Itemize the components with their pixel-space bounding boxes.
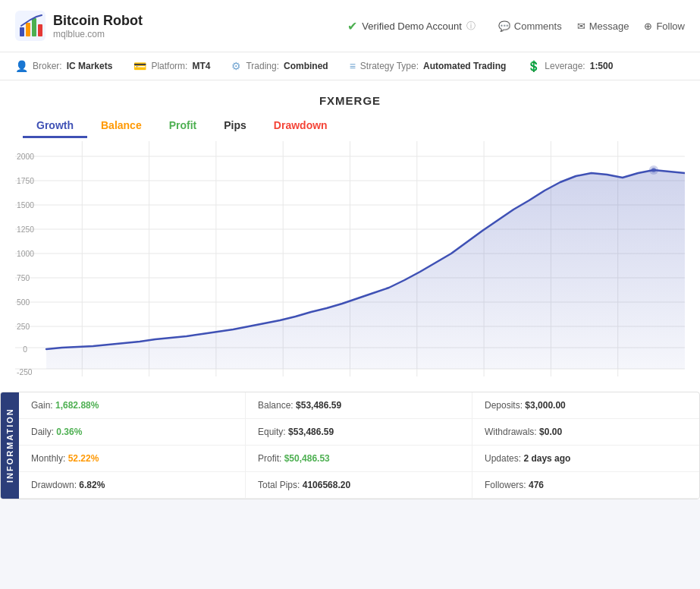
chart-area: 2000 1750 1500 1250 1000 750 500 250 0 -… <box>15 141 685 384</box>
header-actions: 💬 Comments ✉ Message ⊕ Follow <box>498 20 685 32</box>
info-cell-profit: Profit: $50,486.53 <box>246 446 472 472</box>
verified-badge: ✔ Verified Demo Account ⓘ <box>347 19 476 33</box>
tab-balance[interactable]: Balance <box>87 115 155 138</box>
app-subtitle: mqlblue.com <box>53 29 143 39</box>
chart-section: FXMERGE Growth Balance Profit Pips Drawd… <box>0 80 700 384</box>
info-cell-equity: Equity: $53,486.59 <box>246 419 472 446</box>
stat-trading: ⚙ Trading: Combined <box>231 60 328 72</box>
stat-broker: 👤 Broker: IC Markets <box>15 60 112 72</box>
stat-leverage: 💲 Leverage: 1:500 <box>527 60 613 72</box>
comments-icon: 💬 <box>498 20 510 32</box>
info-cell-gain: Gain: 1,682.88% <box>19 392 246 419</box>
strategy-icon: ≡ <box>350 60 356 72</box>
svg-text:2000: 2000 <box>17 153 34 161</box>
stats-bar: 👤 Broker: IC Markets 💳 Platform: MT4 ⚙ T… <box>0 52 700 80</box>
info-cell-daily: Daily: 0.36% <box>19 419 246 446</box>
info-cell-monthly: Monthly: 52.22% <box>19 446 246 472</box>
tab-drawdown[interactable]: Drawdown <box>260 115 341 138</box>
svg-text:1000: 1000 <box>17 250 34 258</box>
comments-button[interactable]: 💬 Comments <box>498 20 562 32</box>
svg-rect-2 <box>26 23 30 36</box>
info-cell-balance: Balance: $53,486.59 <box>246 392 472 419</box>
logo-icon <box>15 11 46 41</box>
tab-pips[interactable]: Pips <box>210 115 260 138</box>
svg-rect-3 <box>32 18 36 36</box>
info-cell-total-pips: Total Pips: 4106568.20 <box>246 472 472 499</box>
svg-rect-4 <box>38 24 42 36</box>
svg-text:1250: 1250 <box>17 225 34 234</box>
stat-strategy: ≡ Strategy Type: Automated Trading <box>350 60 507 72</box>
info-icon[interactable]: ⓘ <box>466 20 476 33</box>
trading-icon: ⚙ <box>231 60 241 72</box>
message-label: Message <box>589 20 629 32</box>
follow-button[interactable]: ⊕ Follow <box>644 20 685 32</box>
tab-growth[interactable]: Growth <box>23 115 87 138</box>
svg-text:1750: 1750 <box>17 177 34 185</box>
chart-tabs: Growth Balance Profit Pips Drawdown <box>15 115 685 138</box>
follow-label: Follow <box>656 20 685 32</box>
stat-platform: 💳 Platform: MT4 <box>133 60 210 72</box>
broker-icon: 👤 <box>15 60 28 72</box>
svg-text:0: 0 <box>23 345 27 354</box>
svg-rect-1 <box>20 27 24 36</box>
svg-text:-250: -250 <box>17 368 33 376</box>
message-button[interactable]: ✉ Message <box>577 20 629 32</box>
logo-area: Bitcoin Robot mqlblue.com <box>15 11 143 41</box>
info-sidebar-label: INFORMATION <box>1 392 19 499</box>
chart-svg: 2000 1750 1500 1250 1000 750 500 250 0 -… <box>15 141 685 384</box>
info-grid: Gain: 1,682.88% Balance: $53,486.59 Depo… <box>19 392 699 499</box>
chart-title: FXMERGE <box>15 88 685 115</box>
info-cell-updates: Updates: 2 days ago <box>472 446 699 472</box>
info-cell-drawdown: Drawdown: 6.82% <box>19 472 246 499</box>
svg-point-35 <box>651 168 656 172</box>
svg-text:500: 500 <box>17 298 30 307</box>
svg-text:250: 250 <box>17 323 30 331</box>
tab-profit[interactable]: Profit <box>155 115 211 138</box>
comments-label: Comments <box>514 20 562 32</box>
logo-text: Bitcoin Robot mqlblue.com <box>53 13 143 39</box>
platform-icon: 💳 <box>133 60 146 72</box>
app-title: Bitcoin Robot <box>53 13 143 29</box>
info-section: INFORMATION Gain: 1,682.88% Balance: $53… <box>0 392 700 499</box>
info-cell-deposits: Deposits: $3,000.00 <box>472 392 699 419</box>
svg-text:1500: 1500 <box>17 201 34 209</box>
svg-text:750: 750 <box>17 274 30 282</box>
follow-icon: ⊕ <box>644 20 652 32</box>
leverage-icon: 💲 <box>527 60 540 72</box>
message-icon: ✉ <box>577 20 585 32</box>
info-cell-withdrawals: Withdrawals: $0.00 <box>472 419 699 446</box>
verified-text: Verified Demo Account <box>362 20 462 32</box>
verified-icon: ✔ <box>347 19 357 33</box>
info-cell-followers: Followers: 476 <box>472 472 699 499</box>
